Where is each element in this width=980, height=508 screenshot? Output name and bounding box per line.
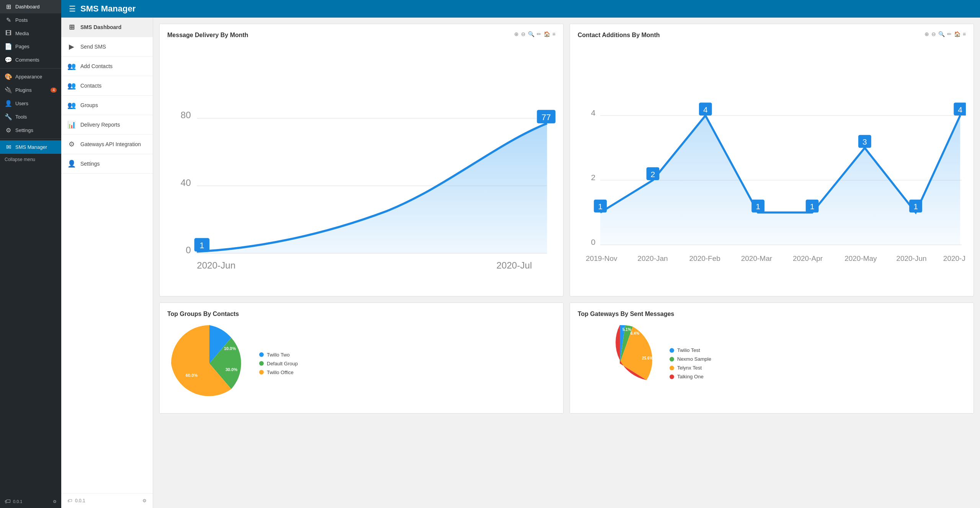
edit-icon[interactable]: ✏ [537,31,541,37]
top-groups-legend: Twillo Two Default Group Twillo Office [259,352,298,375]
svg-text:2020-Apr: 2020-Apr [793,254,823,262]
svg-text:2020-Jan: 2020-Jan [637,254,668,262]
svg-text:60.0%: 60.0% [186,373,198,378]
svg-text:4: 4 [591,108,596,117]
ca-zoom-in-icon[interactable]: ⊕ [924,31,929,37]
plugin-nav-delivery-reports[interactable]: 📊 Delivery Reports [61,115,153,135]
menu-icon[interactable]: ≡ [552,31,555,37]
svg-text:2020-May: 2020-May [844,254,877,262]
svg-text:77: 77 [541,112,551,122]
top-bar: ☰ SMS Manager [61,0,980,18]
contacts-nav-icon: 👥 [67,81,76,90]
svg-text:4: 4 [703,105,708,114]
sidebar-item-tools[interactable]: 🔧 Tools [0,110,61,124]
delivery-line-chart: 0 40 80 [167,51,555,287]
dashboard-icon: ⊞ [5,3,12,10]
content-wrapper: ⊞ SMS Dashboard ▶ Send SMS 👥 Add Contact… [61,18,980,508]
ca-search-icon[interactable]: 🔍 [938,31,945,37]
svg-text:10.0%: 10.0% [224,346,236,351]
svg-text:6.4%: 6.4% [630,331,639,335]
sms-dashboard-nav-icon: ⊞ [67,23,76,31]
plugins-icon: 🔌 [5,86,12,94]
ca-edit-icon[interactable]: ✏ [947,31,952,37]
sidebar-item-plugins[interactable]: 🔌 Plugins 4 [0,83,61,97]
tag-icon: 🏷 [5,498,11,505]
plugin-tag-icon: 🏷 [67,498,72,503]
svg-text:2020-Feb: 2020-Feb [689,254,720,262]
delivery-chart-title: Message Delivery By Month [167,32,248,39]
plugin-nav-contacts[interactable]: 👥 Contacts [61,76,153,96]
dashboard-content: Message Delivery By Month ⊕ ⊖ 🔍 ✏ 🏠 ≡ 0 [153,18,980,508]
sidebar-item-comments[interactable]: 💬 Comments [0,53,61,67]
ca-menu-icon[interactable]: ≡ [963,31,966,37]
top-gateways-chart-card: Top Gateways By Sent Messages [570,303,974,414]
svg-text:2019-Nov: 2019-Nov [586,254,617,262]
twilio-test-dot [670,348,674,353]
sidebar-item-appearance[interactable]: 🎨 Appearance [0,70,61,83]
twillo-office-dot [259,370,264,374]
charts-grid: Message Delivery By Month ⊕ ⊖ 🔍 ✏ 🏠 ≡ 0 [159,24,974,414]
wp-sidebar: ⊞ Dashboard ✎ Posts 🎞 Media 📄 Pages 💬 Co… [0,0,61,508]
svg-text:5.1%: 5.1% [622,327,631,332]
plugin-nav-gateways-api[interactable]: ⚙ Gateways API Integration [61,135,153,154]
twillo-two-dot [259,352,264,357]
sidebar-item-dashboard[interactable]: ⊞ Dashboard [0,0,61,13]
contact-additions-line-chart: 0 2 4 1 [578,51,966,277]
plugin-nav-send-sms[interactable]: ▶ Send SMS [61,37,153,57]
add-contacts-nav-icon: 👥 [67,62,76,70]
search-icon[interactable]: 🔍 [528,31,534,37]
svg-text:80: 80 [181,110,191,120]
sidebar-item-settings[interactable]: ⚙ Settings [0,124,61,137]
svg-text:2020-Jun: 2020-Jun [197,260,235,270]
top-groups-chart-card: Top Groups By Contacts [159,303,564,414]
svg-text:3: 3 [862,137,867,146]
top-groups-pie-container: 10.0% 30.0% 60.0% Twillo Two Defaul [167,318,555,405]
plugin-nav-add-contacts[interactable]: 👥 Add Contacts [61,57,153,76]
svg-text:1: 1 [199,241,204,250]
plugin-sidebar: ⊞ SMS Dashboard ▶ Send SMS 👥 Add Contact… [61,18,153,508]
appearance-icon: 🎨 [5,73,12,80]
sidebar-item-users[interactable]: 👤 Users [0,97,61,110]
contact-additions-chart-title: Contact Additions By Month [578,32,660,39]
sidebar-item-media[interactable]: 🎞 Media [0,27,61,40]
top-groups-pie-chart: 10.0% 30.0% 60.0% [167,321,252,405]
users-icon: 👤 [5,100,12,107]
svg-text:1: 1 [598,202,603,211]
delivery-chart-controls[interactable]: ⊕ ⊖ 🔍 ✏ 🏠 ≡ [514,31,555,37]
sidebar-item-posts[interactable]: ✎ Posts [0,13,61,27]
plugin-nav-groups[interactable]: 👥 Groups [61,96,153,115]
ca-home-icon[interactable]: 🏠 [954,31,960,37]
legend-item-twillo-office: Twillo Office [259,370,298,375]
plugin-nav-sms-dashboard[interactable]: ⊞ SMS Dashboard [61,18,153,37]
ca-zoom-out-icon[interactable]: ⊖ [931,31,936,37]
plugin-nav-settings[interactable]: 👤 Settings [61,154,153,174]
sms-manager-icon: ✉ [5,143,12,151]
legend-item-talking-one: Talking One [670,374,711,379]
delivery-chart-card: Message Delivery By Month ⊕ ⊖ 🔍 ✏ 🏠 ≡ 0 [159,24,564,296]
hamburger-icon[interactable]: ☰ [69,4,76,13]
svg-text:2020-Mar: 2020-Mar [741,254,773,262]
plugin-gear-icon[interactable]: ⚙ [142,498,147,503]
svg-text:2020-Jul: 2020-Jul [497,260,532,270]
collapse-menu[interactable]: Collapse menu [0,154,61,165]
sidebar-item-pages[interactable]: 📄 Pages [0,40,61,53]
gateways-nav-icon: ⚙ [67,140,76,148]
home-icon[interactable]: 🏠 [544,31,550,37]
svg-text:2: 2 [591,173,596,182]
media-icon: 🎞 [5,30,12,37]
legend-item-twillo-two: Twillo Two [259,352,298,358]
contact-additions-chart-controls[interactable]: ⊕ ⊖ 🔍 ✏ 🏠 ≡ [924,31,966,37]
zoom-in-icon[interactable]: ⊕ [514,31,519,37]
posts-icon: ✎ [5,16,12,24]
groups-nav-icon: 👥 [67,101,76,109]
sidebar-gear-icon[interactable]: ⚙ [53,499,57,504]
svg-text:30.0%: 30.0% [225,367,237,372]
sidebar-item-sms-manager[interactable]: ✉ SMS Manager [0,140,61,154]
zoom-out-icon[interactable]: ⊖ [521,31,526,37]
svg-text:0: 0 [591,238,596,246]
tools-icon: 🔧 [5,113,12,120]
svg-text:40: 40 [181,177,191,188]
top-gateways-legend: Twilio Test Nexmo Sample Telynx Test [670,347,711,379]
page-title: SMS Manager [80,4,136,14]
delivery-reports-nav-icon: 📊 [67,120,76,129]
